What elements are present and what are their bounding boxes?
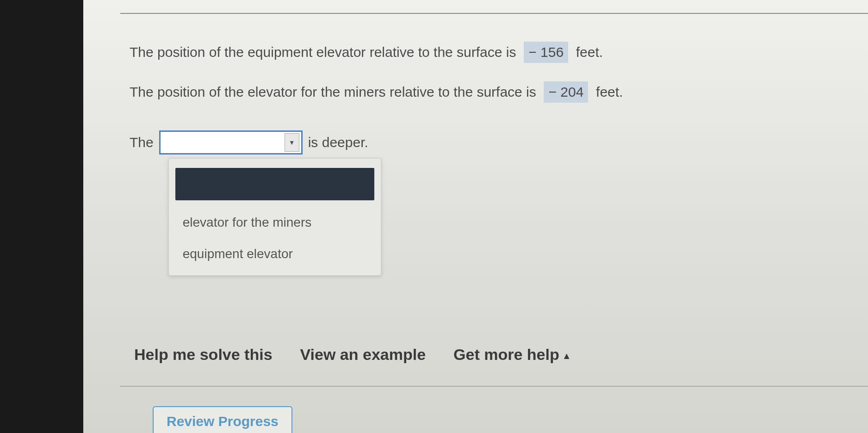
answer-dropdown[interactable]: ▼ [159,130,303,155]
statement-1-value: − 156 [524,42,568,63]
dropdown-list: elevator for the miners equipment elevat… [168,158,381,276]
get-more-help-label: Get more help [453,346,559,363]
top-divider [120,13,868,14]
statement-2-prefix: The position of the elevator for the min… [130,84,536,99]
bottom-divider [120,386,868,387]
answer-suffix: is deeper. [308,135,368,150]
help-me-solve-link[interactable]: Help me solve this [134,346,273,364]
question-body: The position of the equipment elevator r… [130,42,840,155]
answer-row: The ▼ elevator for the miners equipment … [130,130,840,155]
statement-equipment: The position of the equipment elevator r… [130,42,840,63]
statement-1-suffix: feet. [576,44,603,60]
review-progress-label: Review Progress [167,414,279,429]
statement-miners: The position of the elevator for the min… [130,81,840,103]
statement-2-value: − 204 [544,81,588,103]
chevron-down-icon: ▼ [285,133,299,152]
help-links: Help me solve this View an example Get m… [134,346,571,364]
statement-1-prefix: The position of the equipment elevator r… [130,44,516,60]
view-example-label: View an example [300,346,426,363]
review-progress-button[interactable]: Review Progress [153,406,292,433]
statement-2-suffix: feet. [596,84,623,99]
get-more-help-link[interactable]: Get more help▲ [453,346,571,364]
dropdown-option-miners[interactable]: elevator for the miners [169,207,381,238]
answer-prefix: The [130,135,154,150]
content-area: The position of the equipment elevator r… [83,0,868,433]
dropdown-option-blank[interactable] [175,168,374,200]
dropdown-option-equipment[interactable]: equipment elevator [169,238,381,270]
left-margin-dark [0,0,83,433]
dropdown-wrap: ▼ elevator for the miners equipment elev… [159,130,303,155]
view-example-link[interactable]: View an example [300,346,426,364]
help-solve-label: Help me solve this [134,346,273,363]
caret-up-icon: ▲ [562,351,571,361]
